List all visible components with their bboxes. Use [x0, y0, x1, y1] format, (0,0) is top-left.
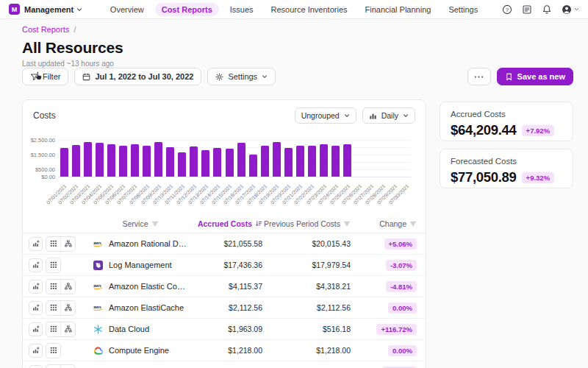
cost-bar[interactable] — [119, 146, 127, 177]
chart-add-action-button[interactable] — [29, 237, 43, 251]
accrued-costs-column-header[interactable]: Accrued Costs — [189, 219, 262, 228]
chart-add-action-button[interactable] — [29, 365, 43, 368]
previous-period-cost-value: $17,979.54 — [262, 261, 351, 269]
save-as-new-button[interactable]: Save as new — [497, 68, 573, 85]
cost-bar[interactable] — [261, 146, 269, 177]
services-table-body: awsAmazon Rational Database Service$21,0… — [23, 233, 426, 368]
table-row[interactable]: awsAmazon Elastic Container Service$4,11… — [23, 276, 426, 297]
tab-cost-reports[interactable]: Cost Reports — [155, 3, 219, 16]
cost-bar[interactable] — [284, 148, 293, 177]
chart-add-action-button[interactable] — [29, 322, 43, 336]
table-row[interactable]: Data Cloud$1,963.09$516.18+116.72% — [23, 319, 426, 340]
cost-bar[interactable] — [213, 148, 221, 177]
breadcrumb-link[interactable]: Cost Reports — [22, 25, 69, 34]
cost-bar[interactable] — [166, 147, 174, 177]
grid-action-button[interactable] — [46, 322, 60, 336]
table-row[interactable]: Compute Engine$1,218.00$1,218.000.00% — [23, 340, 426, 361]
hierarchy-icon — [65, 325, 72, 333]
chart-add-action-button[interactable] — [29, 344, 43, 358]
tab-settings[interactable]: Settings — [442, 3, 484, 16]
service-column-header[interactable]: Service — [92, 219, 189, 228]
cost-bar[interactable] — [320, 144, 328, 177]
hierarchy-action-button[interactable] — [60, 365, 75, 368]
accrued-costs-card: Accrued Costs $64,209.44 +7.92% — [440, 102, 573, 141]
cost-bar[interactable] — [308, 146, 316, 177]
cost-bar[interactable] — [190, 146, 198, 177]
aws-logo: aws — [92, 283, 104, 290]
chart-add-action-button[interactable] — [29, 301, 43, 315]
row-action-group — [46, 236, 76, 252]
costs-panel: Costs Ungrouped Daily $0.00$500.00$1,500… — [22, 99, 426, 368]
grid-icon — [50, 347, 57, 354]
grid-action-button[interactable] — [46, 365, 60, 368]
calendar-icon — [82, 73, 90, 81]
account-menu[interactable] — [562, 4, 579, 15]
chart-add-action-button[interactable] — [29, 280, 43, 294]
cost-bar[interactable] — [60, 148, 68, 177]
previous-period-cost-value: $516.18 — [262, 325, 351, 333]
workspace-switcher[interactable]: Management — [24, 5, 82, 14]
workspace-name: Management — [24, 5, 74, 14]
grid-action-button[interactable] — [46, 344, 60, 358]
settings-dropdown-button[interactable]: Settings — [207, 68, 276, 85]
cost-bar[interactable] — [154, 142, 162, 177]
chevron-down-icon — [76, 7, 82, 13]
chart-add-action-button[interactable] — [29, 258, 43, 272]
cost-bar[interactable] — [343, 144, 351, 177]
cost-bar[interactable] — [178, 152, 186, 177]
row-action-group — [46, 322, 76, 337]
cost-bar[interactable] — [226, 149, 234, 177]
cost-bar[interactable] — [84, 142, 92, 177]
table-row[interactable]: Log Management$17,436.36$17,979.54-3.07% — [23, 255, 426, 276]
previous-period-cost-value: $20,015.43 — [262, 239, 351, 248]
cost-bar[interactable] — [201, 150, 209, 177]
aws-logo: aws — [92, 304, 104, 311]
grid-action-button[interactable] — [46, 237, 60, 251]
table-row[interactable]: awsAmazon Elastic Container Service for … — [23, 361, 426, 368]
change-badge: -3.07% — [386, 260, 417, 271]
grid-action-button[interactable] — [46, 258, 60, 272]
tab-issues[interactable]: Issues — [223, 3, 260, 16]
cost-bar[interactable] — [296, 146, 304, 177]
previous-period-costs-column-header[interactable]: Previous Period Costs — [262, 219, 351, 228]
cost-bar[interactable] — [143, 146, 151, 177]
tab-resource-inventories[interactable]: Resource Inventories — [265, 3, 354, 16]
change-column-header[interactable]: Change — [351, 219, 417, 228]
cost-bar[interactable] — [331, 146, 340, 177]
hierarchy-action-button[interactable] — [60, 280, 75, 294]
grid-action-button[interactable] — [46, 280, 60, 294]
cost-bar[interactable] — [237, 143, 245, 177]
cost-bar[interactable] — [72, 145, 80, 177]
cost-bar[interactable] — [249, 155, 257, 177]
grouping-dropdown-button[interactable]: Ungrouped — [295, 107, 356, 124]
cost-bar[interactable] — [273, 142, 281, 177]
cost-bar[interactable] — [131, 144, 139, 177]
hierarchy-action-button[interactable] — [60, 322, 75, 336]
help-icon[interactable]: ? — [502, 4, 512, 15]
svg-text:aws: aws — [93, 283, 101, 288]
cost-bar[interactable] — [96, 143, 104, 177]
hierarchy-action-button[interactable] — [60, 301, 75, 315]
notifications-icon[interactable] — [542, 4, 552, 15]
granularity-dropdown-button[interactable]: Daily — [362, 107, 415, 124]
hierarchy-action-button[interactable] — [60, 237, 75, 251]
gear-icon — [215, 73, 223, 81]
date-range-button[interactable]: Jul 1, 2022 to Jul 30, 2022 — [74, 68, 201, 85]
service-name: Data Cloud — [109, 325, 189, 333]
changelog-icon[interactable] — [522, 4, 532, 15]
tab-overview[interactable]: Overview — [104, 3, 151, 16]
forecasted-costs-value: $77,050.89 — [451, 169, 517, 185]
row-action-group — [46, 300, 76, 316]
accrued-costs-value: $64,209.44 — [451, 122, 517, 138]
table-row[interactable]: awsAmazon ElastiCache$2,112.56$2,112.560… — [23, 297, 426, 319]
more-options-button[interactable] — [467, 68, 491, 85]
table-row[interactable]: awsAmazon Rational Database Service$21,0… — [23, 233, 426, 255]
service-name: Amazon Elastic Container Service — [109, 282, 189, 291]
ellipsis-icon — [474, 75, 484, 79]
service-name: Amazon Rational Database Service — [109, 239, 189, 248]
gcp-logo — [92, 347, 104, 355]
tab-financial-planning[interactable]: Financial Planning — [359, 3, 438, 16]
cost-bar[interactable] — [107, 144, 115, 177]
grid-action-button[interactable] — [46, 301, 60, 315]
filter-button[interactable]: Filter — [22, 68, 68, 85]
